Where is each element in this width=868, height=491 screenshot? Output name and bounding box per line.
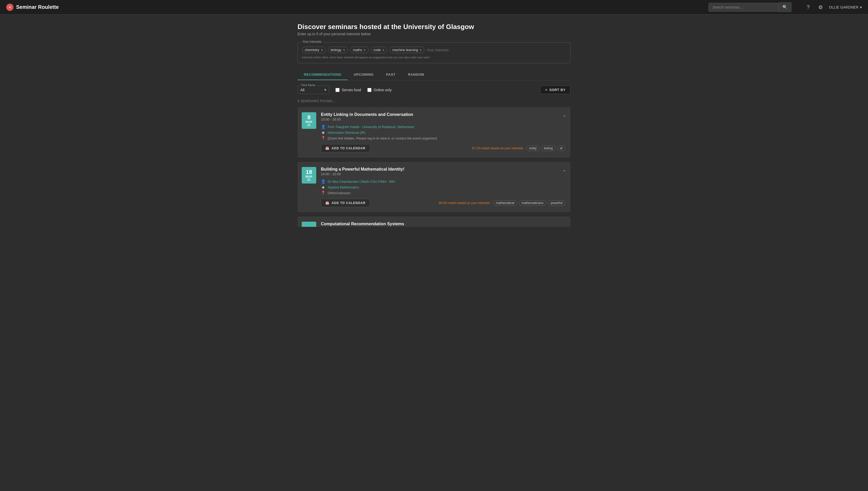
seminar-card-2: 18 MAR 21 Building a Powerful Mathematic… — [298, 162, 570, 212]
speaker-name: Dr Nira Chamberlain CMath CSci FIMA - IM… — [328, 180, 395, 183]
add-cal-label: ADD TO CALENDAR — [332, 146, 365, 150]
timeframe-wrapper: Time frame AllThis weekThis monthThis ye… — [298, 86, 329, 94]
tag: powerful — [548, 200, 565, 206]
timeframe-select[interactable]: AllThis weekThis monthThis year — [300, 88, 323, 92]
add-cal-label: ADD TO CALENDAR — [332, 201, 365, 205]
app-name: Seminar Roulette — [16, 4, 59, 10]
interests-container: Your interests chemistry ×biology ×maths… — [298, 42, 570, 63]
tab-upcoming[interactable]: UPCOMING — [347, 69, 380, 80]
help-icon: ? — [807, 4, 810, 10]
search-button[interactable]: 🔍 — [779, 2, 791, 12]
series-name: Applied Mathematics — [328, 185, 359, 189]
add-to-calendar-button[interactable]: 📅 ADD TO CALENDAR — [321, 199, 370, 207]
interests-hint: Interests which other users have entered… — [302, 56, 566, 59]
card-time: 15:00 - 16:00 — [321, 117, 565, 121]
location-row: 📍 Other/unknown — [321, 191, 565, 195]
chevron-down-icon: ▾ — [860, 5, 862, 9]
chip-remove-code[interactable]: × — [382, 48, 385, 52]
tag: el — [557, 145, 565, 151]
results-count: 5 SEMINARS FOUND… — [298, 99, 570, 103]
tag: mathematicians — [519, 200, 546, 206]
tag: entity — [526, 145, 539, 151]
serves-food-checkbox[interactable] — [335, 88, 340, 92]
main-content: Discover seminars hosted at the Universi… — [291, 15, 577, 239]
chip-label: maths — [353, 48, 362, 52]
chevron-down-icon: ⌄ — [562, 167, 566, 172]
expand-button[interactable]: ⌄ — [562, 112, 566, 118]
tab-random[interactable]: RANDOM — [402, 69, 430, 80]
card-footer: 📅 ADD TO CALENDAR 36.4% match based on y… — [321, 199, 565, 207]
expand-button[interactable]: ⌄ — [562, 167, 566, 173]
online-only-checkbox[interactable] — [367, 88, 371, 92]
online-only-label[interactable]: Online only — [367, 88, 392, 92]
location-text: [Zoom link hidden. Please log in to view… — [328, 136, 437, 140]
chip-code: code × — [371, 47, 387, 53]
app-header: × Seminar Roulette 🔍 ? ⚙ OLLIE GARDNER ▾ — [0, 0, 868, 15]
search-container: 🔍 — [708, 2, 791, 12]
card-title: Computational Recommendation Systems — [321, 222, 565, 226]
chip-label: biology — [331, 48, 341, 52]
date-badge: 18 MAR 21 — [302, 167, 316, 183]
online-only-text: Online only — [373, 88, 392, 92]
chip-maths: maths × — [350, 47, 369, 53]
tags: entitylinkingel — [526, 145, 565, 151]
settings-button[interactable]: ⚙ — [816, 3, 825, 11]
tab-past[interactable]: PAST — [380, 69, 401, 80]
series-row: ◈ Information Retrieval (IR) — [321, 130, 565, 135]
location-icon: 📍 — [321, 136, 326, 141]
serves-food-label[interactable]: Serves food — [335, 88, 361, 92]
speaker-row: 👤 Dr Nira Chamberlain CMath CSci FIMA - … — [321, 179, 565, 184]
date-year: 21 — [307, 123, 310, 126]
select-arrow-icon: ▾ — [324, 87, 326, 92]
chip-remove-chemistry[interactable]: × — [321, 48, 323, 52]
card-title: Building a Powerful Mathematical Identit… — [321, 167, 565, 172]
interests-input[interactable] — [426, 48, 472, 52]
series-icon: ◈ — [321, 185, 326, 190]
header-actions: ? ⚙ OLLIE GARDNER ▾ — [804, 3, 862, 11]
sort-button[interactable]: ≡ SORT BY — [540, 86, 570, 94]
search-input[interactable] — [708, 3, 779, 12]
seminars-list: 8 MAR 21 Entity Linking in Documents and… — [298, 107, 570, 227]
tabs-nav: RECOMMENDATIONSUPCOMINGPASTRANDOM — [298, 69, 570, 80]
serves-food-text: Serves food — [342, 88, 361, 92]
location-row: 📍 [Zoom link hidden. Please log in to vi… — [321, 136, 565, 141]
match-percent: 36.4% match based on your interests — [439, 201, 490, 205]
logo: × Seminar Roulette — [6, 4, 59, 11]
chip-chemistry: chemistry × — [302, 47, 326, 53]
chip-remove-maths[interactable]: × — [364, 48, 366, 52]
chip-remove-machine learning[interactable]: × — [419, 48, 422, 52]
interests-chips: chemistry ×biology ×maths ×code ×machine… — [302, 47, 566, 53]
card-time: 14:00 - 15:00 — [321, 172, 565, 176]
chip-label: machine learning — [392, 48, 418, 52]
date-day: 8 — [307, 115, 310, 120]
card-content: Building a Powerful Mathematical Identit… — [321, 167, 565, 207]
location-icon: 📍 — [321, 191, 326, 195]
card-title: Entity Linking in Documents and Conversa… — [321, 112, 565, 117]
series-icon: ◈ — [321, 130, 326, 135]
sort-label: SORT BY — [550, 88, 565, 92]
location-text: Other/unknown — [328, 191, 351, 195]
tag: linking — [541, 145, 556, 151]
tab-recommendations[interactable]: RECOMMENDATIONS — [298, 69, 347, 80]
speaker-icon: 👤 — [321, 179, 326, 184]
interests-label: Your interests — [301, 40, 323, 44]
chevron-down-icon: ⌄ — [562, 113, 566, 118]
seminar-card-3: 22 Computational Recommendation Systems — [298, 216, 570, 227]
user-menu-button[interactable]: OLLIE GARDNER ▾ — [829, 5, 862, 9]
speaker-row: 👤 Prof. Faegheh Hasibi - University of R… — [321, 124, 565, 129]
date-month: MAR — [306, 120, 313, 123]
settings-icon: ⚙ — [818, 4, 823, 10]
search-icon: 🔍 — [782, 5, 788, 9]
calendar-icon: 📅 — [325, 146, 330, 150]
help-button[interactable]: ? — [804, 3, 812, 11]
page-subtitle: Enter up to 5 of your personal interests… — [298, 32, 570, 36]
card-content: Entity Linking in Documents and Conversa… — [321, 112, 565, 152]
chip-remove-biology[interactable]: × — [343, 48, 345, 52]
tag: mathematical — [493, 200, 517, 206]
date-year: 21 — [307, 178, 310, 181]
date-day: 18 — [306, 169, 312, 175]
user-name: OLLIE GARDNER — [829, 5, 859, 9]
card-footer: 📅 ADD TO CALENDAR 57.1% match based on y… — [321, 144, 565, 152]
add-to-calendar-button[interactable]: 📅 ADD TO CALENDAR — [321, 144, 370, 152]
card-meta: 👤 Dr Nira Chamberlain CMath CSci FIMA - … — [321, 179, 565, 195]
